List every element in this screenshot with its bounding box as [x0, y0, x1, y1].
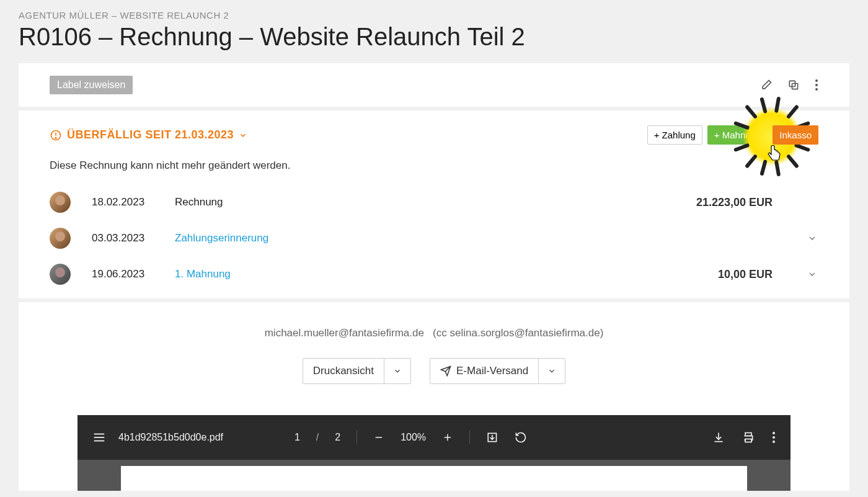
assign-label-button[interactable]: Label zuweisen: [50, 76, 133, 94]
edit-icon[interactable]: [760, 79, 773, 91]
email-send-label[interactable]: E-Mail-Versand: [430, 359, 538, 383]
pdf-page-current[interactable]: 1: [294, 432, 300, 443]
history-date: 03.03.2023: [92, 232, 154, 244]
avatar: [50, 228, 71, 249]
overdue-text: ÜBERFÄLLIG SEIT 21.03.2023: [67, 128, 234, 141]
chevron-down-icon[interactable]: [806, 269, 818, 279]
history-label: Rechnung: [175, 196, 675, 208]
recipient-line: michael.mueller@fantasiefirma.de (cc sel…: [50, 327, 818, 339]
svg-point-3: [815, 84, 818, 86]
pdf-rotate-icon[interactable]: [515, 431, 527, 444]
inkasso-button[interactable]: Inkasso: [773, 125, 818, 145]
history-date: 18.02.2023: [92, 196, 154, 208]
pdf-page-area[interactable]: [78, 460, 790, 491]
pdf-page-sep: /: [316, 432, 319, 443]
svg-rect-19: [745, 439, 751, 442]
svg-point-21: [773, 436, 775, 439]
email-cc: (cc selina.sorglos@fantasiefirma.de): [433, 327, 603, 339]
history-date: 19.06.2023: [92, 268, 154, 280]
email-send-button[interactable]: E-Mail-Versand: [430, 358, 565, 384]
pdf-zoom-level[interactable]: 100%: [401, 432, 426, 443]
add-reminder-button[interactable]: + Mahnung: [707, 125, 768, 145]
history-row: 03.03.2023Zahlungserinnerung: [50, 220, 818, 256]
overdue-status[interactable]: ÜBERFÄLLIG SEIT 21.03.2023: [50, 128, 247, 141]
history-label[interactable]: Zahlungserinnerung: [175, 232, 751, 244]
svg-point-20: [773, 432, 775, 434]
history-label[interactable]: 1. Mahnung: [175, 268, 697, 280]
pdf-download-icon[interactable]: [712, 431, 725, 444]
print-preview-caret[interactable]: [384, 359, 410, 383]
pdf-menu-icon[interactable]: [92, 431, 106, 444]
history-row: 19.06.20231. Mahnung10,00 EUR: [50, 256, 818, 292]
pdf-fit-icon[interactable]: [486, 431, 498, 444]
history-amount: 10,00 EUR: [718, 268, 773, 281]
page-title: R0106 – Rechnung – Website Relaunch Teil…: [19, 23, 849, 51]
pdf-filename: 4b1d92851b5d0d0e.pdf: [118, 432, 223, 443]
copy-icon[interactable]: [787, 79, 800, 91]
svg-point-7: [55, 137, 56, 138]
breadcrumb[interactable]: AGENTUR MÜLLER – WEBSITE RELAUNCH 2: [19, 10, 849, 20]
svg-point-2: [815, 79, 818, 82]
pdf-more-icon[interactable]: [772, 431, 776, 444]
pdf-print-icon[interactable]: [742, 431, 755, 444]
chevron-down-icon[interactable]: [806, 233, 818, 243]
history-row: 18.02.2023Rechnung21.223,00 EUR: [50, 184, 818, 220]
history-amount: 21.223,00 EUR: [696, 196, 773, 209]
email-send-text: E-Mail-Versand: [456, 365, 528, 377]
print-preview-button[interactable]: Druckansicht: [303, 358, 411, 384]
email-to: michael.mueller@fantasiefirma.de: [265, 327, 424, 339]
pdf-page-total: 2: [335, 432, 340, 443]
locked-note: Diese Rechnung kann nicht mehr geändert …: [50, 159, 818, 172]
send-icon: [440, 365, 451, 377]
email-send-caret[interactable]: [538, 359, 565, 383]
more-icon[interactable]: [815, 79, 818, 91]
svg-point-4: [815, 88, 818, 91]
avatar: [50, 192, 71, 213]
print-preview-label[interactable]: Druckansicht: [303, 359, 384, 383]
pdf-zoom-in-icon[interactable]: [442, 432, 453, 443]
add-payment-button[interactable]: + Zahlung: [647, 125, 702, 145]
pdf-toolbar: 4b1d92851b5d0d0e.pdf 1 / 2 100%: [78, 415, 790, 460]
svg-point-22: [773, 441, 775, 443]
avatar: [50, 264, 71, 285]
pdf-zoom-out-icon[interactable]: [373, 432, 384, 443]
